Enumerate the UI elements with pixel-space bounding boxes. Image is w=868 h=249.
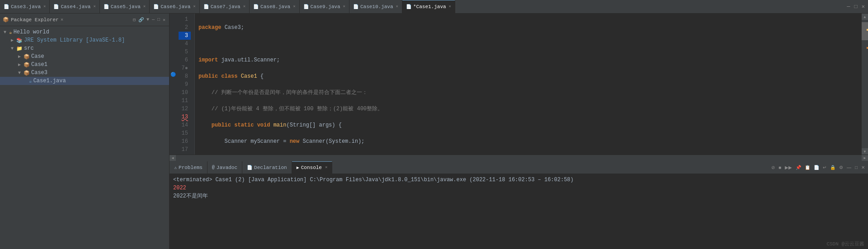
panel-actions: ⊟ 🔗 ▼ — □ ✕ xyxy=(132,17,166,23)
close-tab-icon[interactable]: × xyxy=(243,5,245,9)
tab-problems-label: Problems xyxy=(179,165,203,170)
code-line-7: public static void main(String[] args) { xyxy=(198,121,858,129)
tree-item-case1-pkg[interactable]: ▶ 📦 Case1 xyxy=(0,61,169,69)
tab-case4[interactable]: 📄 Case4.java × xyxy=(50,0,99,13)
copy-button[interactable]: 📋 xyxy=(803,164,811,171)
code-editor[interactable]: package Case3; import java.util.Scanner;… xyxy=(195,14,862,155)
java-file-icon: 📄 xyxy=(303,4,309,9)
settings-button[interactable]: ⚙ xyxy=(838,164,844,171)
close-bottom-button[interactable]: ✕ xyxy=(860,164,866,171)
collapse-all-icon[interactable]: ⊟ xyxy=(132,17,137,23)
code-line-5: // 判断一个年份是否是闰年，闰年的条件是符合下面二者之一： xyxy=(198,89,858,97)
tab-case9[interactable]: 📄 Case9.java × xyxy=(300,0,349,13)
console-output-result: 2022不是闰年 xyxy=(173,192,864,200)
tree-label: Case1.java xyxy=(33,78,66,84)
close-console-icon[interactable]: × xyxy=(325,165,327,170)
expand-arrow: ▼ xyxy=(4,30,9,35)
tab-problems[interactable]: ⚠ Problems xyxy=(170,161,208,174)
tab-case10[interactable]: 📄 Case10.java × xyxy=(349,0,402,13)
close-tab-icon[interactable]: × xyxy=(449,5,451,9)
tree-label: JRE System Library [JavaSE-1.8] xyxy=(24,37,125,43)
tab-console[interactable]: ▶ Console × xyxy=(292,161,333,174)
scroll-track[interactable] xyxy=(862,20,868,148)
declaration-icon: 📄 xyxy=(247,165,252,170)
line-num-16: 16 xyxy=(179,137,191,146)
tree-label: Case1 xyxy=(31,61,47,68)
stop-button[interactable]: ■ xyxy=(777,164,783,171)
java-file-icon: 📄 xyxy=(353,4,359,9)
minimize-button[interactable]: — xyxy=(845,4,851,10)
minimize-bottom-button[interactable]: — xyxy=(845,164,853,171)
gutter-line-3 xyxy=(170,30,177,38)
gutter-line-7 xyxy=(170,62,177,70)
view-menu-icon[interactable]: ▼ xyxy=(146,17,150,23)
tree-item-jre[interactable]: ▶ 📚 JRE System Library [JavaSE-1.8] xyxy=(0,36,169,44)
tab-label: Case7.java xyxy=(211,4,241,9)
close-tab-icon[interactable]: × xyxy=(396,5,398,9)
java-file-icon: 📄 xyxy=(406,4,411,9)
line-num-14: 14 xyxy=(179,121,191,129)
tab-case7[interactable]: 📄 Case7.java × xyxy=(200,0,250,13)
tree-item-case[interactable]: ▶ 📦 Case xyxy=(0,52,169,61)
scroll-right-button[interactable]: ▶ xyxy=(862,155,868,161)
tab-case6[interactable]: 📄 Case6.java × xyxy=(150,0,199,13)
maximize-panel-icon[interactable]: □ xyxy=(156,17,161,23)
line-num-17: 17 xyxy=(179,146,191,154)
scroll-down-button[interactable]: ▼ xyxy=(862,148,868,155)
close-tab-icon[interactable]: × xyxy=(43,5,46,9)
maximize-button[interactable]: □ xyxy=(853,4,859,10)
close-tab-icon[interactable]: × xyxy=(143,5,146,9)
tab-case3[interactable]: 📄 Case3.java × xyxy=(0,0,50,13)
close-tab-icon[interactable]: × xyxy=(293,5,295,9)
java-file-icon: ☕ xyxy=(29,78,32,84)
bottom-tabs-list: ⚠ Problems @ Javadoc 📄 Declaration ▶ Con… xyxy=(170,161,332,174)
tab-case5[interactable]: 📄 Case5.java × xyxy=(100,0,150,13)
gutter-line-10 xyxy=(170,87,177,95)
pin-button[interactable]: 📌 xyxy=(794,164,802,171)
scroll-left-button[interactable]: ◀ xyxy=(170,155,176,161)
close-tab-icon[interactable]: × xyxy=(93,5,95,9)
tab-javadoc-label: Javadoc xyxy=(217,165,237,170)
editor-area: 🔵 1 2 3 4 5 6 7● 8 9 xyxy=(170,14,868,155)
h-scroll-track[interactable] xyxy=(176,155,862,161)
tab-case1-active[interactable]: 📄 *Case1.java × xyxy=(402,0,455,13)
package-icon: 📦 xyxy=(24,70,30,76)
tab-case8[interactable]: 📄 Case8.java × xyxy=(250,0,299,13)
scroll-lock-button[interactable]: 🔒 xyxy=(829,164,837,171)
package-icon: 📦 xyxy=(24,62,30,68)
close-tab-icon[interactable]: × xyxy=(343,5,345,9)
console-icon: ▶ xyxy=(297,165,299,170)
java-file-icon: 📄 xyxy=(104,4,109,9)
tree-label: Case3 xyxy=(31,70,47,76)
horizontal-scrollbar[interactable]: ◀ ▶ xyxy=(170,155,868,161)
editor-vertical-scrollbar[interactable]: ▲ ▼ xyxy=(862,14,868,155)
tree-item-hello-world[interactable]: ▼ ☕ Hello world xyxy=(0,28,169,36)
paste-button[interactable]: 📄 xyxy=(812,164,821,171)
run-button[interactable]: ▶▶ xyxy=(783,164,793,171)
minimize-panel-icon[interactable]: — xyxy=(151,17,156,23)
tree-label: Hello world xyxy=(14,29,49,35)
scroll-thumb[interactable] xyxy=(862,22,868,40)
gutter-line-13 xyxy=(170,111,177,119)
close-panel-icon[interactable]: × xyxy=(61,17,64,23)
close-tab-icon[interactable]: × xyxy=(193,5,195,9)
clear-console-button[interactable]: ⊘ xyxy=(770,164,776,171)
watermark: CSDN @云云豆酱 xyxy=(170,239,868,249)
tree-item-src[interactable]: ▼ 📁 src xyxy=(0,44,169,52)
code-line-1: package Case3; xyxy=(198,23,858,32)
tab-console-label: Console xyxy=(301,165,322,170)
panel-title-label: Package Explorer xyxy=(11,17,59,23)
tree-item-case3-pkg[interactable]: ▼ 📦 Case3 xyxy=(0,69,169,77)
wrap-button[interactable]: ↵ xyxy=(821,164,828,171)
close-panel-x-icon[interactable]: ✕ xyxy=(162,17,166,23)
right-panel: 🔵 1 2 3 4 5 6 7● 8 9 xyxy=(170,14,868,249)
tab-javadoc[interactable]: @ Javadoc xyxy=(208,161,242,174)
tab-declaration[interactable]: 📄 Declaration xyxy=(242,161,292,174)
close-button[interactable]: ✕ xyxy=(860,3,866,10)
tree-label: src xyxy=(24,45,34,52)
maximize-bottom-button[interactable]: □ xyxy=(854,164,859,171)
tree-item-case1-java[interactable]: ☕ Case1.java xyxy=(0,77,169,85)
link-editor-icon[interactable]: 🔗 xyxy=(137,17,145,23)
tab-label: Case10.java xyxy=(360,4,393,9)
scroll-up-button[interactable]: ▲ xyxy=(862,14,868,20)
